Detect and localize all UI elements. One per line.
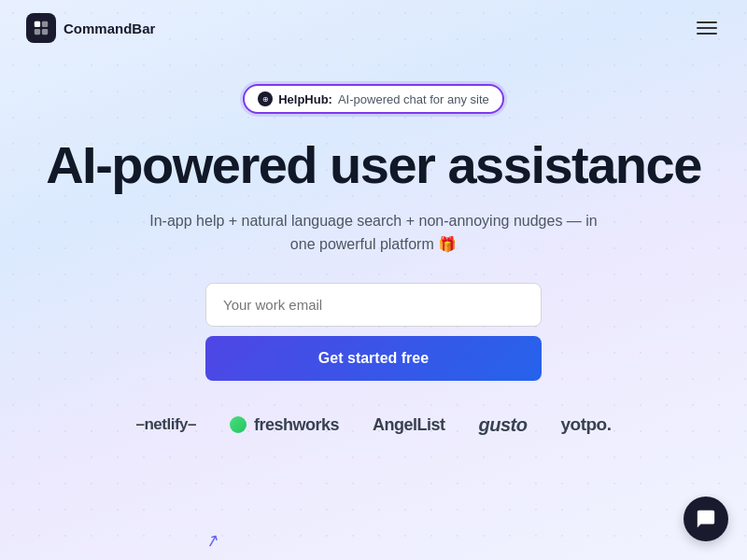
brand-angellist: AngelList [373, 415, 445, 435]
freshworks-icon [230, 416, 247, 433]
hamburger-icon [697, 21, 717, 23]
svg-rect-1 [42, 21, 48, 27]
brand-logos: –netlify– freshworks AngelList gusto yot… [136, 414, 612, 436]
hamburger-icon [697, 27, 717, 29]
main-content: ⊕ HelpHub: AI-powered chat for any site … [0, 56, 747, 436]
chat-icon [696, 509, 716, 529]
brand-yotpo: yotpo. [560, 414, 611, 435]
header: CommandBar [0, 0, 747, 56]
svg-rect-0 [35, 21, 40, 27]
badge-icon: ⊕ [258, 91, 273, 106]
brand-netlify: –netlify– [136, 415, 196, 434]
menu-button[interactable] [693, 18, 721, 38]
chat-button[interactable] [684, 497, 728, 541]
page-subtitle: In-app help + natural language search + … [149, 209, 598, 257]
logo-icon [26, 13, 56, 43]
brand-gusto: gusto [479, 414, 528, 436]
badge-label: HelpHub: [278, 92, 332, 106]
svg-rect-2 [35, 29, 40, 35]
logo-text: CommandBar [63, 21, 155, 36]
email-input[interactable] [205, 283, 542, 327]
get-started-button[interactable]: Get started free [205, 336, 542, 381]
svg-rect-3 [42, 29, 48, 35]
helphub-badge: ⊕ HelpHub: AI-powered chat for any site [243, 84, 504, 114]
hamburger-icon [697, 33, 717, 35]
logo: CommandBar [26, 13, 155, 43]
decorative-arrow: ↗ [203, 528, 221, 552]
badge-description: AI-powered chat for any site [338, 92, 489, 106]
brand-freshworks: freshworks [230, 415, 339, 435]
page-title: AI-powered user assistance [27, 136, 720, 194]
